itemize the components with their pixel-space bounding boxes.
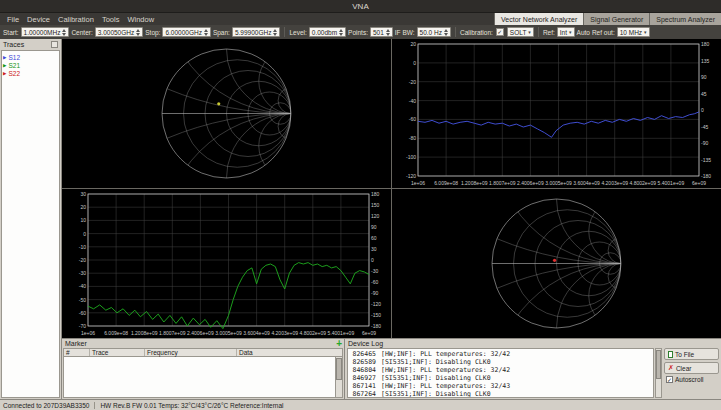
marker-table-body[interactable] [63,357,336,398]
clear-label: Clear [676,365,692,372]
spinner-buttons-icon[interactable] [339,29,343,36]
to-file-label: To File [675,351,694,358]
window-title: VNA [352,2,368,11]
svg-text:30: 30 [371,246,377,252]
smith-chart-s11[interactable] [62,39,391,188]
scrollbar-thumb[interactable] [336,358,342,380]
xy-plot-s12[interactable]: 1e+066.009e+081.2008e+091.8007e+092.4006… [392,39,721,188]
svg-text:120: 120 [371,213,380,219]
ifbw-input[interactable]: 50.0 Hz [417,27,451,37]
log-timestamp: 867264 [350,390,376,398]
device-log-panel: Device Log 826465[HW;INF]: PLL temperatu… [345,339,721,399]
vna-application-window: VNA File Device Calibration Tools Window… [0,0,721,410]
svg-text:5.4001e+09: 5.4001e+09 [328,330,355,336]
svg-text:180: 180 [701,41,710,47]
svg-text:-45: -45 [701,124,708,130]
device-log-list[interactable]: 826465[HW;INF]: PLL temperatures: 32/42 … [347,348,654,398]
center-frequency-input[interactable]: 3.00050GHz [95,27,144,37]
refout-value: 10 MHz [620,29,642,36]
ifbw-label: IF BW: [395,29,415,36]
scrollbar-thumb[interactable] [656,350,661,379]
svg-text:5.4001e+09: 5.4001e+09 [658,180,685,186]
start-frequency-value: 1.00000MHz [24,29,61,36]
svg-text:60: 60 [371,235,377,241]
svg-text:-90: -90 [701,140,708,146]
column-trace: Trace [90,349,145,356]
title-bar[interactable]: VNA [0,0,721,13]
start-frequency-input[interactable]: 1.00000MHz [21,27,70,37]
trace-label: S21 [8,62,20,69]
points-value: 501 [373,29,384,36]
marker-scrollbar[interactable] [336,357,343,398]
menu-device[interactable]: Device [23,15,54,24]
add-marker-button[interactable]: + [336,338,342,349]
traces-sidebar: Traces ▶ S12 ▶ S21 ▶ S22 [0,39,62,399]
svg-text:-70: -70 [79,323,86,329]
ref-label: Ref: [543,29,555,36]
device-log-content: 826465[HW;INF]: PLL temperatures: 32/42 … [345,348,721,399]
calibration-type-select[interactable]: SOLT▾ [507,27,534,37]
svg-text:1.2008e+09: 1.2008e+09 [131,330,158,336]
span-frequency-value: 5.99900GHz [235,29,272,36]
svg-text:0: 0 [701,107,704,113]
checkbox-icon: ✓ [666,376,673,383]
spinner-buttons-icon[interactable] [386,29,390,36]
svg-text:6e+09: 6e+09 [692,180,706,186]
expand-arrow-icon[interactable]: ▶ [3,71,6,76]
stop-frequency-input[interactable]: 6.00000GHz [162,27,211,37]
tab-vector-network-analyzer[interactable]: Vector Network Analyzer [494,13,583,25]
calibration-checkbox[interactable]: ✓ [496,28,504,36]
svg-text:3.0005e+09: 3.0005e+09 [215,330,242,336]
traces-header: Traces [0,39,61,50]
trace-item-s22[interactable]: ▶ S22 [3,69,58,77]
span-frequency-input[interactable]: 5.99900GHz [232,27,281,37]
reference-select[interactable]: Int▾ [557,27,575,37]
spinner-buttons-icon[interactable] [444,29,448,36]
trace-item-s12[interactable]: ▶ S12 [3,53,58,61]
svg-text:-120: -120 [406,173,416,179]
expand-arrow-icon[interactable]: ▶ [3,63,6,68]
menu-file[interactable]: File [3,15,23,24]
trace-item-s21[interactable]: ▶ S21 [3,61,58,69]
column-number: # [64,349,90,356]
expand-arrow-icon[interactable]: ▶ [3,55,6,60]
points-input[interactable]: 501 [370,27,393,37]
auto-label[interactable]: Auto [577,29,590,36]
menu-tools[interactable]: Tools [98,15,124,24]
refout-select[interactable]: 10 MHz▾ [617,27,650,37]
traces-panel-icon[interactable] [51,41,58,48]
log-entry: 826589[SI5351;INF]: Disabling CLK0 [350,358,651,366]
spinner-buttons-icon[interactable] [62,29,66,36]
spinner-buttons-icon[interactable] [204,29,208,36]
tab-spectrum-analyzer[interactable]: Spectrum Analyzer [649,13,721,25]
start-label: Start: [3,29,19,36]
svg-text:-100: -100 [406,154,416,160]
clear-button[interactable]: ✗Clear [664,362,719,374]
menu-window[interactable]: Window [123,15,158,24]
svg-text:0: 0 [83,231,86,237]
bottom-panels: Marker + # Trace Frequency Data [62,339,721,399]
log-entry: 846927[SI5351;INF]: Disabling CLK0 [350,374,651,382]
menu-calibration[interactable]: Calibration [54,15,98,24]
svg-text:0: 0 [413,60,416,66]
log-entry: 867141[HW;INF]: PLL temperatures: 32/43 [350,382,651,390]
svg-text:-20: -20 [409,79,416,85]
reference-value: Int [560,29,567,36]
device-log-scrollbar[interactable] [655,348,662,398]
svg-text:-20: -20 [79,257,86,263]
svg-text:4.2003e+09: 4.2003e+09 [271,330,298,336]
smith-chart-s22[interactable] [392,189,721,338]
spinner-buttons-icon[interactable] [136,29,140,36]
svg-text:0: 0 [371,257,374,263]
marker-panel: Marker + # Trace Frequency Data [62,339,345,399]
marker-panel-title: Marker [65,340,87,347]
log-message: [SI5351;INF]: Disabling CLK0 [381,374,491,382]
level-input[interactable]: 0.00dbm [309,27,346,37]
xy-plot-s21[interactable]: 1e+066.009e+081.2008e+091.8007e+092.4006… [62,189,391,338]
tab-signal-generator[interactable]: Signal Generator [583,13,649,25]
spinner-buttons-icon[interactable] [273,29,277,36]
to-file-button[interactable]: To File [664,348,719,360]
svg-text:-180: -180 [371,323,381,329]
svg-text:135: 135 [701,58,710,64]
autoscroll-checkbox[interactable]: ✓Autoscroll [664,376,719,383]
